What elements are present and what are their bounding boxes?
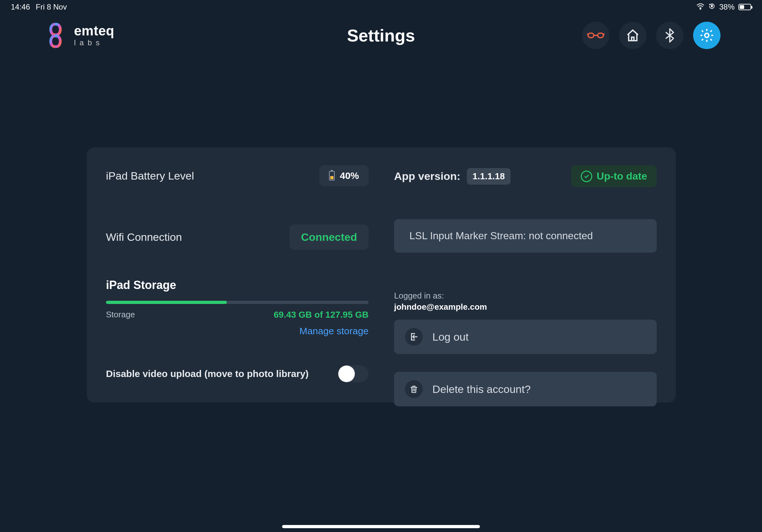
settings-nav-button[interactable] (693, 22, 721, 49)
delete-account-text: Delete this account? (432, 383, 531, 395)
battery-pill: 40% (319, 165, 369, 186)
logout-icon (405, 328, 423, 346)
delete-account-button[interactable]: Delete this account? (394, 372, 657, 406)
logout-text: Log out (432, 331, 468, 343)
trash-icon (405, 380, 423, 398)
bluetooth-nav-button[interactable] (656, 22, 683, 49)
brand-logo: emteq labs (41, 21, 114, 49)
check-circle-icon (581, 170, 592, 182)
update-status-pill: Up-to date (571, 165, 657, 187)
toggle-knob (338, 366, 355, 382)
nav-buttons (582, 22, 721, 49)
svg-rect-2 (588, 33, 594, 37)
wifi-row: Wifi Connection Connected (106, 225, 369, 250)
status-left: 14:46 Fri 8 Nov (11, 3, 67, 12)
status-date: Fri 8 Nov (36, 3, 67, 12)
video-upload-toggle-label: Disable video upload (move to photo libr… (106, 368, 309, 379)
lsl-status-bar: LSL Input Marker Stream: not connected (394, 219, 657, 253)
status-time: 14:46 (11, 3, 30, 12)
app-version-value: 1.1.1.18 (467, 168, 510, 185)
svg-rect-1 (711, 5, 713, 7)
glasses-nav-button[interactable] (582, 22, 609, 49)
svg-rect-3 (598, 33, 603, 37)
glasses-icon (587, 31, 605, 40)
gear-icon (699, 28, 715, 43)
home-icon (626, 29, 640, 42)
status-bar: 14:46 Fri 8 Nov 38% (0, 0, 762, 14)
status-battery-percent: 38% (719, 3, 734, 12)
login-email: johndoe@example.com (394, 302, 657, 312)
lsl-status-text: LSL Input Marker Stream: not connected (410, 230, 593, 241)
login-label: Logged in as: (394, 291, 657, 301)
storage-info-label: Storage (106, 310, 135, 320)
brand-tagline: labs (74, 39, 114, 46)
storage-info: Storage 69.43 GB of 127.95 GB (106, 310, 369, 320)
app-version-label: App version: (394, 170, 460, 182)
update-status-text: Up-to date (597, 170, 647, 182)
video-upload-toggle-row: Disable video upload (move to photo libr… (106, 365, 369, 382)
status-right: 38% (696, 3, 751, 12)
wifi-status-pill: Connected (289, 225, 369, 250)
left-column: iPad Battery Level 40% Wifi Connection C… (106, 165, 381, 385)
orientation-lock-icon (708, 3, 716, 12)
storage-section: iPad Storage Storage 69.43 GB of 127.95 … (106, 279, 369, 337)
manage-storage-link[interactable]: Manage storage (299, 326, 369, 336)
battery-icon (738, 4, 751, 10)
storage-progress-fill (106, 301, 227, 304)
home-nav-button[interactable] (619, 22, 647, 49)
brand-name: emteq (74, 24, 114, 37)
storage-info-value: 69.43 GB of 127.95 GB (274, 310, 369, 320)
page-title: Settings (347, 26, 415, 45)
battery-label: iPad Battery Level (106, 170, 194, 182)
battery-icon (329, 171, 335, 180)
storage-title: iPad Storage (106, 279, 369, 292)
manage-storage-row: Manage storage (106, 326, 369, 337)
right-column: App version: 1.1.1.18 Up-to date LSL Inp… (381, 165, 657, 385)
login-block: Logged in as: johndoe@example.com Log ou… (394, 291, 657, 406)
settings-card: iPad Battery Level 40% Wifi Connection C… (87, 147, 676, 403)
wifi-icon (696, 3, 705, 12)
brand-text: emteq labs (74, 24, 114, 46)
app-version-row: App version: 1.1.1.18 Up-to date (394, 165, 657, 187)
svg-point-4 (705, 33, 709, 37)
home-indicator[interactable] (282, 525, 480, 528)
brand-mark-icon (41, 21, 70, 49)
bluetooth-icon (665, 28, 674, 43)
battery-value: 40% (340, 170, 359, 181)
app-header: emteq labs Settings (0, 18, 762, 53)
battery-row: iPad Battery Level 40% (106, 165, 369, 186)
svg-point-0 (700, 9, 701, 10)
storage-progress-track (106, 301, 369, 304)
logout-button[interactable]: Log out (394, 320, 657, 354)
wifi-status-text: Connected (301, 231, 357, 243)
wifi-label: Wifi Connection (106, 231, 182, 243)
video-upload-toggle[interactable] (338, 365, 369, 382)
